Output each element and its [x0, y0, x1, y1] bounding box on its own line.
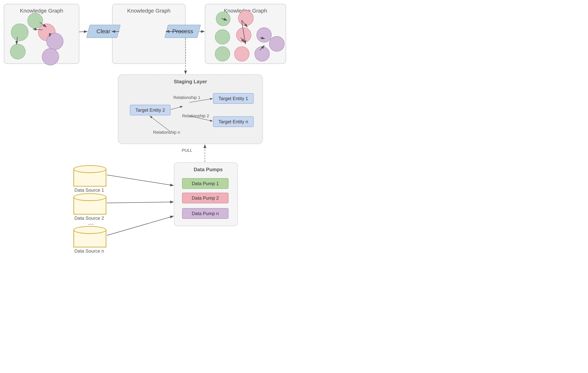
relationship-2-label: Relationship 2: [182, 114, 209, 118]
kg3-circle-purple-1: [256, 27, 272, 42]
kg2-label: Knowledge Graph: [127, 8, 170, 14]
data-source-1: Data Source 1: [74, 165, 106, 186]
diagram-container: Knowledge Graph Knowledge Graph Knowledg…: [0, 0, 588, 373]
svg-line-6: [79, 31, 87, 32]
kg3-circle-purple-3: [269, 36, 284, 52]
circle-purple-2: [42, 48, 59, 65]
data-source-2: Data Source 2: [74, 193, 106, 215]
kg3-circle-pink-2: [236, 27, 251, 42]
process-label: Process: [172, 28, 193, 35]
pull-label: PULL: [182, 148, 192, 153]
arrows-overlay: [0, 0, 588, 373]
target-entity-2: Target Entity 2: [130, 105, 170, 115]
knowledge-graph-3: Knowledge Graph: [205, 4, 286, 64]
staging-label: Staging Layer: [174, 79, 207, 85]
data-pump-2: Data Pump 2: [182, 193, 229, 203]
process-shape[interactable]: Process: [165, 25, 201, 38]
data-pump-1: Data Pump 1: [182, 178, 229, 189]
svg-line-22: [107, 175, 174, 186]
data-pumps-box: Data Pumps Data Pump 1 Data Pump 2 Data …: [174, 162, 238, 226]
ellipsis: ...: [88, 218, 94, 227]
target-entity-n: Target Entity n: [213, 116, 254, 127]
kg3-circle-green-2: [215, 29, 230, 44]
kg3-circle-green-3: [215, 46, 230, 62]
svg-line-23: [107, 202, 174, 203]
knowledge-graph-1: Knowledge Graph: [4, 4, 79, 64]
kg3-circle-pink-1: [238, 10, 254, 26]
circle-purple-1: [46, 33, 63, 50]
kg3-circle-pink-3: [234, 46, 249, 62]
relationship-n-label: Relationship n: [153, 130, 180, 135]
data-pump-n: Data Pump n: [182, 208, 229, 219]
clear-label: Clear: [96, 28, 110, 35]
data-pumps-label: Data Pumps: [194, 166, 223, 173]
data-source-n: Data Source n: [74, 226, 106, 247]
kg3-circle-purple-2: [255, 46, 270, 62]
kg3-circle-green-1: [216, 12, 231, 26]
ds1-label: Data Source 1: [74, 187, 104, 193]
relationship-1-label: Relationship 1: [173, 95, 200, 100]
clear-shape[interactable]: Clear: [86, 25, 121, 38]
staging-layer: Staging Layer Target Entity 2 Target Ent…: [118, 74, 263, 144]
circle-green-2: [11, 24, 28, 41]
svg-line-24: [107, 216, 174, 235]
kg1-label: Knowledge Graph: [20, 8, 63, 14]
circle-green-3: [10, 44, 25, 59]
target-entity-1: Target Entity 1: [213, 93, 254, 104]
dsn-label: Data Source n: [74, 248, 104, 254]
